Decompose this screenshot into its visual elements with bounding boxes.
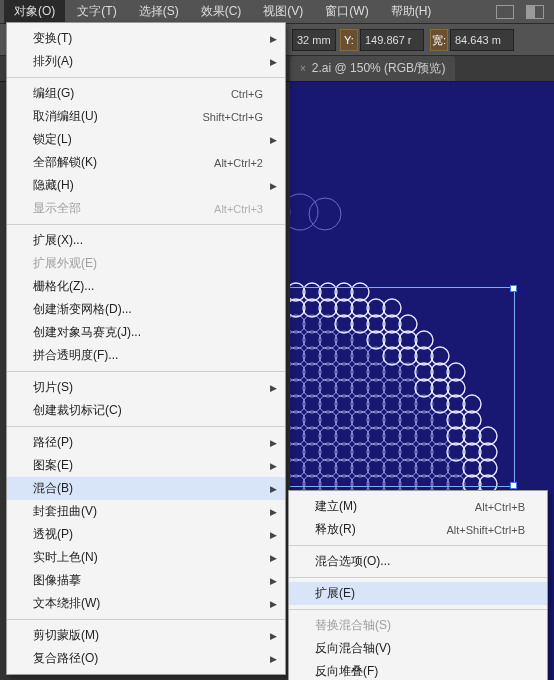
menu-item[interactable]: 取消编组(U)Shift+Ctrl+G: [7, 105, 285, 128]
menu-object[interactable]: 对象(O): [4, 0, 65, 23]
menu-item-label: 释放(R): [315, 521, 446, 538]
menu-item[interactable]: 反向堆叠(F): [289, 660, 547, 680]
menu-item-label: 扩展外观(E): [33, 255, 263, 272]
menu-shortcut: Alt+Ctrl+3: [214, 203, 263, 215]
menu-item[interactable]: 复合路径(O)▶: [7, 647, 285, 670]
menu-shortcut: Alt+Shift+Ctrl+B: [446, 524, 525, 536]
menu-item[interactable]: 编组(G)Ctrl+G: [7, 82, 285, 105]
menu-item-label: 创建对象马赛克(J)...: [33, 324, 263, 341]
menu-item-label: 全部解锁(K): [33, 154, 214, 171]
x-value[interactable]: 32 mm: [292, 29, 336, 51]
submenu-arrow-icon: ▶: [270, 507, 277, 517]
menu-item-label: 取消编组(U): [33, 108, 202, 125]
menu-item: 显示全部Alt+Ctrl+3: [7, 197, 285, 220]
menu-window[interactable]: 窗口(W): [315, 0, 378, 23]
menu-item-label: 剪切蒙版(M): [33, 627, 263, 644]
menu-item[interactable]: 栅格化(Z)...: [7, 275, 285, 298]
menu-shortcut: Shift+Ctrl+G: [202, 111, 263, 123]
menu-item: 替换混合轴(S): [289, 614, 547, 637]
submenu-arrow-icon: ▶: [270, 57, 277, 67]
menu-item[interactable]: 建立(M)Alt+Ctrl+B: [289, 495, 547, 518]
submenu-arrow-icon: ▶: [270, 654, 277, 664]
blend-submenu: 建立(M)Alt+Ctrl+B释放(R)Alt+Shift+Ctrl+B混合选项…: [288, 490, 548, 680]
object-menu-dropdown: 变换(T)▶排列(A)▶编组(G)Ctrl+G取消编组(U)Shift+Ctrl…: [6, 22, 286, 675]
menu-item[interactable]: 隐藏(H)▶: [7, 174, 285, 197]
close-tab-icon[interactable]: ×: [300, 63, 306, 74]
submenu-arrow-icon: ▶: [270, 135, 277, 145]
menu-item[interactable]: 反向混合轴(V): [289, 637, 547, 660]
menu-item-label: 栅格化(Z)...: [33, 278, 263, 295]
menu-item[interactable]: 透视(P)▶: [7, 523, 285, 546]
svg-point-2: [309, 198, 341, 230]
menu-effect[interactable]: 效果(C): [191, 0, 252, 23]
menu-item-label: 实时上色(N): [33, 549, 263, 566]
menu-item[interactable]: 实时上色(N)▶: [7, 546, 285, 569]
submenu-arrow-icon: ▶: [270, 34, 277, 44]
menu-item[interactable]: 图像描摹▶: [7, 569, 285, 592]
menu-item[interactable]: 锁定(L)▶: [7, 128, 285, 151]
menu-item-label: 切片(S): [33, 379, 263, 396]
menu-item-label: 混合(B): [33, 480, 263, 497]
submenu-arrow-icon: ▶: [270, 181, 277, 191]
menu-item[interactable]: 释放(R)Alt+Shift+Ctrl+B: [289, 518, 547, 541]
menu-item[interactable]: 全部解锁(K)Alt+Ctrl+2: [7, 151, 285, 174]
menu-item-label: 文本绕排(W): [33, 595, 263, 612]
menu-shortcut: Alt+Ctrl+2: [214, 157, 263, 169]
menu-shortcut: Ctrl+G: [231, 88, 263, 100]
menu-item[interactable]: 封套扭曲(V)▶: [7, 500, 285, 523]
menu-item[interactable]: 变换(T)▶: [7, 27, 285, 50]
menu-item[interactable]: 文本绕排(W)▶: [7, 592, 285, 615]
menubar-right-icons: [496, 5, 550, 19]
menu-item[interactable]: 路径(P)▶: [7, 431, 285, 454]
menu-item: 扩展外观(E): [7, 252, 285, 275]
menu-item-label: 复合路径(O): [33, 650, 263, 667]
menu-item-label: 替换混合轴(S): [315, 617, 525, 634]
submenu-arrow-icon: ▶: [270, 484, 277, 494]
layout-icon-1[interactable]: [496, 5, 514, 19]
menu-item-label: 拼合透明度(F)...: [33, 347, 263, 364]
menu-item-label: 创建渐变网格(D)...: [33, 301, 263, 318]
menu-item[interactable]: 扩展(X)...: [7, 229, 285, 252]
menu-item[interactable]: 切片(S)▶: [7, 376, 285, 399]
menu-view[interactable]: 视图(V): [253, 0, 313, 23]
menu-item-label: 透视(P): [33, 526, 263, 543]
menu-item-label: 图案(E): [33, 457, 263, 474]
submenu-arrow-icon: ▶: [270, 461, 277, 471]
menu-item[interactable]: 创建对象马赛克(J)...: [7, 321, 285, 344]
menu-item[interactable]: 创建渐变网格(D)...: [7, 298, 285, 321]
menu-item[interactable]: 剪切蒙版(M)▶: [7, 624, 285, 647]
submenu-arrow-icon: ▶: [270, 631, 277, 641]
menu-item[interactable]: 拼合透明度(F)...: [7, 344, 285, 367]
menu-type[interactable]: 文字(T): [67, 0, 126, 23]
submenu-arrow-icon: ▶: [270, 530, 277, 540]
menu-shortcut: Alt+Ctrl+B: [475, 501, 525, 513]
menu-item[interactable]: 图案(E)▶: [7, 454, 285, 477]
menu-item-label: 封套扭曲(V): [33, 503, 263, 520]
document-tab[interactable]: × 2.ai @ 150% (RGB/预览): [290, 56, 455, 81]
selection-bounds[interactable]: [290, 287, 515, 487]
w-label: 宽:: [430, 29, 448, 51]
menu-help[interactable]: 帮助(H): [381, 0, 442, 23]
menu-item[interactable]: 混合(B)▶: [7, 477, 285, 500]
submenu-arrow-icon: ▶: [270, 383, 277, 393]
menu-item[interactable]: 扩展(E): [289, 582, 547, 605]
menu-item-label: 显示全部: [33, 200, 214, 217]
menu-item[interactable]: 混合选项(O)...: [289, 550, 547, 573]
tab-title: 2.ai @ 150% (RGB/预览): [312, 60, 446, 77]
menu-item[interactable]: 创建裁切标记(C): [7, 399, 285, 422]
menu-item-label: 混合选项(O)...: [315, 553, 525, 570]
menu-item-label: 锁定(L): [33, 131, 263, 148]
submenu-arrow-icon: ▶: [270, 553, 277, 563]
menu-item-label: 编组(G): [33, 85, 231, 102]
menu-item-label: 路径(P): [33, 434, 263, 451]
menu-select[interactable]: 选择(S): [129, 0, 189, 23]
menu-item[interactable]: 排列(A)▶: [7, 50, 285, 73]
submenu-arrow-icon: ▶: [270, 438, 277, 448]
menu-item-label: 隐藏(H): [33, 177, 263, 194]
menu-item-label: 建立(M): [315, 498, 475, 515]
svg-point-1: [290, 194, 318, 230]
layout-icon-2[interactable]: [526, 5, 544, 19]
w-value[interactable]: 84.643 m: [450, 29, 514, 51]
y-value[interactable]: 149.867 r: [360, 29, 424, 51]
y-label: Y:: [340, 29, 358, 51]
